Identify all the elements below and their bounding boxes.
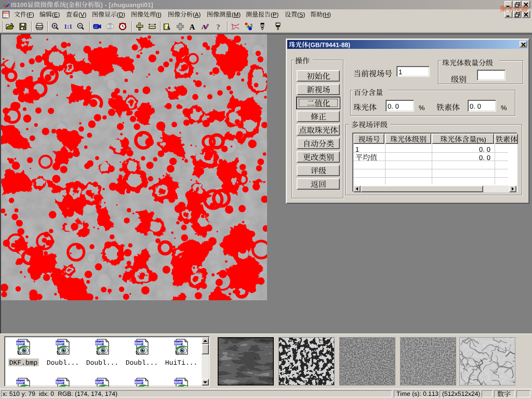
svg-text:?: ? — [216, 23, 220, 31]
svg-text:DOC: DOC — [3, 11, 9, 15]
svg-text:A: A — [190, 23, 195, 31]
svg-text:3: 3 — [250, 23, 252, 28]
svg-text:1:1: 1:1 — [64, 23, 72, 30]
svg-text:A: A — [166, 24, 170, 31]
